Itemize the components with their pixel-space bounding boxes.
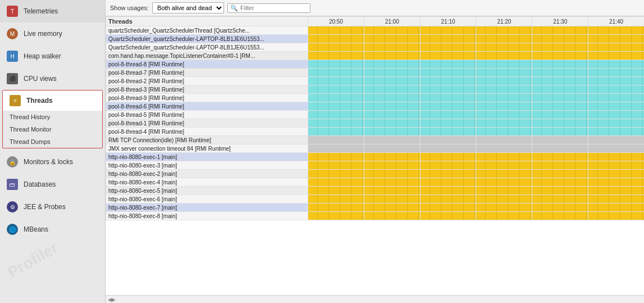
bar-cell bbox=[588, 111, 644, 119]
table-row[interactable]: QuartzScheduler_quartzScheduler-LAPTOP-8… bbox=[106, 43, 645, 52]
table-row[interactable]: JMX server connection timeout 84 [RMI Ru… bbox=[106, 144, 645, 153]
sidebar-item-mbeans[interactable]: 🌐 MBeans bbox=[0, 218, 105, 241]
bar-cell bbox=[476, 203, 532, 212]
table-row[interactable]: http-nio-8080-exec-4 [main] bbox=[106, 178, 645, 187]
bar-cell bbox=[532, 128, 588, 136]
bar-cell bbox=[476, 128, 532, 136]
threads-icon: ≡ bbox=[8, 94, 22, 107]
bar-cell bbox=[364, 203, 420, 212]
bar-cell bbox=[420, 178, 476, 187]
bar-cell bbox=[476, 136, 532, 144]
bar-cell bbox=[532, 170, 588, 178]
bar-cell bbox=[364, 212, 420, 220]
bar-cell bbox=[308, 187, 364, 195]
sidebar: T Telemetries M Live memory H Heap walke… bbox=[0, 0, 106, 303]
show-usages-dropdown[interactable]: Both alive and dead Only alive Only dead bbox=[152, 2, 224, 13]
table-row[interactable]: pool-8-thread-2 [RMI Runtime] bbox=[106, 77, 645, 85]
horizontal-scrollbar[interactable]: ◀▶ bbox=[106, 295, 644, 303]
bar-cell bbox=[476, 35, 532, 43]
sidebar-item-monitors[interactable]: 🔒 Monitors & locks bbox=[0, 151, 105, 173]
bar-cell bbox=[308, 94, 364, 102]
sidebar-item-live-memory[interactable]: M Live memory bbox=[0, 22, 105, 45]
sidebar-item-thread-history[interactable]: Thread History bbox=[3, 111, 102, 123]
bar-cell bbox=[308, 60, 364, 69]
time-label-1: 20:50 bbox=[308, 17, 364, 26]
sidebar-item-jee[interactable]: ⚙ JEE & Probes bbox=[0, 196, 105, 218]
thread-name: http-nio-8080-exec-8 [main] bbox=[106, 212, 308, 220]
filter-icon: 🔍 bbox=[230, 4, 238, 12]
timeline-container[interactable]: Threads 20:50 21:00 21:10 21:20 21:30 21… bbox=[106, 16, 644, 295]
sidebar-item-thread-monitor[interactable]: Thread Monitor bbox=[3, 123, 102, 135]
table-row[interactable]: http-nio-8080-exec-8 [main] bbox=[106, 212, 645, 220]
bar-cell bbox=[420, 187, 476, 195]
bar-cell bbox=[308, 119, 364, 128]
thread-name: QuartzScheduler_quartzScheduler-LAPTOP-8… bbox=[106, 43, 308, 52]
table-row[interactable]: pool-8-thread-9 [RMI Runtime] bbox=[106, 94, 645, 102]
bar-cell bbox=[308, 161, 364, 170]
table-row[interactable]: QuartzScheduler_quartzScheduler-LAPTOP-8… bbox=[106, 35, 645, 43]
toolbar: Show usages: Both alive and dead Only al… bbox=[106, 0, 644, 16]
sidebar-item-label: Heap walker bbox=[24, 52, 61, 60]
sidebar-item-telemetries[interactable]: T Telemetries bbox=[0, 0, 105, 22]
bar-cell bbox=[364, 153, 420, 161]
show-usages-label: Show usages: bbox=[110, 4, 149, 11]
table-row[interactable]: pool-8-thread-1 [RMI Runtime] bbox=[106, 119, 645, 128]
sidebar-item-label: CPU views bbox=[24, 75, 57, 83]
table-row[interactable]: http-nio-8080-exec-3 [main] bbox=[106, 161, 645, 170]
table-row[interactable]: http-nio-8080-exec-2 [main] bbox=[106, 170, 645, 178]
table-row[interactable]: http-nio-8080-exec-1 [main] bbox=[106, 153, 645, 161]
table-row[interactable]: pool-8-thread-4 [RMI Runtime] bbox=[106, 128, 645, 136]
sidebar-item-heap-walker[interactable]: H Heap walker bbox=[0, 45, 105, 67]
table-row[interactable]: http-nio-8080-exec-5 [main] bbox=[106, 187, 645, 195]
time-label-2: 21:00 bbox=[364, 17, 420, 26]
heap-icon: H bbox=[6, 49, 19, 63]
thread-name: pool-8-thread-6 [RMI Runtime] bbox=[106, 102, 308, 111]
bar-cell bbox=[364, 178, 420, 187]
table-row[interactable]: pool-8-thread-5 [RMI Runtime] bbox=[106, 111, 645, 119]
bar-cell bbox=[420, 136, 476, 144]
scroll-indicator: ◀▶ bbox=[108, 297, 116, 302]
time-label-5: 21:30 bbox=[532, 17, 588, 26]
table-row[interactable]: com.hand.hap.message.TopicListenerContai… bbox=[106, 52, 645, 60]
bar-cell bbox=[588, 144, 644, 153]
bar-cell bbox=[588, 119, 644, 128]
threads-section: ≡ Threads Thread History Thread Monitor … bbox=[2, 90, 103, 148]
bar-cell bbox=[420, 102, 476, 111]
bar-cell bbox=[532, 203, 588, 212]
bar-cell bbox=[476, 161, 532, 170]
bar-cell bbox=[588, 128, 644, 136]
sidebar-item-thread-dumps[interactable]: Thread Dumps bbox=[3, 135, 102, 148]
bar-cell bbox=[420, 128, 476, 136]
table-row[interactable]: pool-8-thread-6 [RMI Runtime] bbox=[106, 102, 645, 111]
bar-cell bbox=[532, 94, 588, 102]
bar-cell bbox=[308, 102, 364, 111]
table-row[interactable]: pool-8-thread-3 [RMI Runtime] bbox=[106, 85, 645, 94]
telemetry-icon: T bbox=[6, 4, 19, 18]
time-label-6: 21:40 bbox=[588, 17, 644, 26]
time-label-4: 21:20 bbox=[476, 17, 532, 26]
sidebar-item-databases[interactable]: 🗃 Databases bbox=[0, 173, 105, 196]
table-row[interactable]: RMI TCP Connection(idle) [RMI Runtime] bbox=[106, 136, 645, 144]
monitors-icon: 🔒 bbox=[6, 155, 19, 169]
bar-cell bbox=[364, 35, 420, 43]
sub-item-label: Thread Monitor bbox=[10, 126, 52, 133]
bar-cell bbox=[308, 144, 364, 153]
bar-cell bbox=[476, 85, 532, 94]
bar-cell bbox=[420, 119, 476, 128]
filter-input[interactable] bbox=[240, 4, 308, 11]
table-row[interactable]: pool-8-thread-7 [RMI Runtime] bbox=[106, 69, 645, 77]
cpu-icon: ⬛ bbox=[6, 72, 19, 85]
table-row[interactable]: http-nio-8080-exec-6 [main] bbox=[106, 195, 645, 203]
table-row[interactable]: http-nio-8080-exec-7 [main] bbox=[106, 203, 645, 212]
sub-item-label: Thread History bbox=[10, 114, 50, 120]
sub-item-label: Thread Dumps bbox=[10, 138, 51, 145]
sidebar-item-threads[interactable]: ≡ Threads bbox=[3, 91, 102, 111]
bar-cell bbox=[308, 136, 364, 144]
bar-cell bbox=[476, 144, 532, 153]
bar-cell bbox=[364, 195, 420, 203]
bar-cell bbox=[364, 94, 420, 102]
table-row[interactable]: pool-8-thread-8 [RMI Runtime] bbox=[106, 60, 645, 69]
table-row[interactable]: quartzScheduler_QuartzSchedulerThread [Q… bbox=[106, 26, 645, 35]
sidebar-item-cpu-views[interactable]: ⬛ CPU views bbox=[0, 67, 105, 90]
mbeans-icon: 🌐 bbox=[6, 223, 19, 236]
